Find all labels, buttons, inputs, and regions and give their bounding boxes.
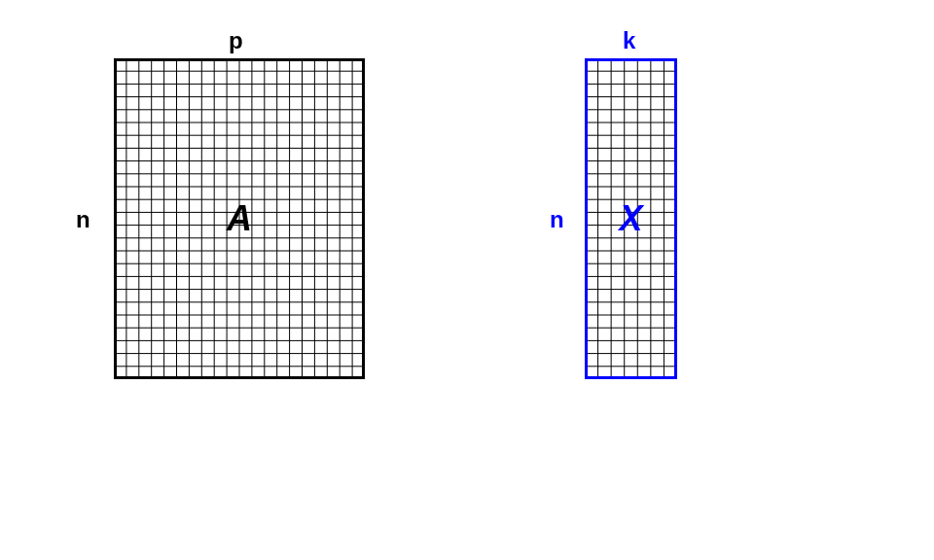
matrix-A-col-dim-label: p — [229, 27, 243, 54]
matrix-X-col-dim-label: k — [623, 27, 635, 54]
diagram-canvas: A p n X k n — [0, 0, 934, 560]
matrix-A: A — [114, 58, 365, 379]
matrix-X: X — [585, 58, 677, 379]
matrix-X-row-dim-label: n — [550, 206, 564, 233]
matrix-A-row-dim-label: n — [76, 206, 90, 233]
matrix-X-grid — [585, 58, 677, 379]
matrix-A-grid — [114, 58, 365, 379]
